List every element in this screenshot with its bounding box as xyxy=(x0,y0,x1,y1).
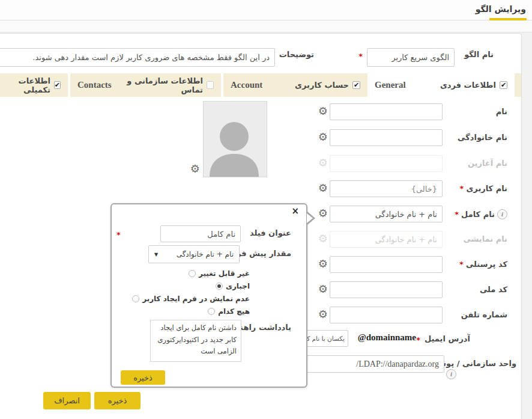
tab-general-label-en: General xyxy=(375,80,406,90)
field-title-label: عنوان فیلد xyxy=(250,228,291,237)
field-mode-radios: غیر قابل تغییر اجباری عدم نمایش در فرم ا… xyxy=(132,267,250,317)
tab-contacts-checkbox[interactable] xyxy=(207,81,214,89)
tab-additional-label-fa: اطلاعات تکمیلی xyxy=(0,76,50,94)
tab-general-checkbox[interactable]: ✔ xyxy=(500,81,507,89)
tab-account-label-en: Account xyxy=(231,80,262,90)
ou-input[interactable] xyxy=(307,355,444,373)
required-asterisk: * xyxy=(116,230,121,239)
username-input[interactable] xyxy=(330,180,443,197)
radio-icon[interactable] xyxy=(208,308,215,315)
radio-icon[interactable] xyxy=(189,270,196,277)
field-title-input[interactable] xyxy=(160,225,241,242)
required-asterisk: * xyxy=(460,184,464,193)
gear-icon[interactable]: ⚙ xyxy=(318,106,328,117)
popup-save-button[interactable]: ذخیره xyxy=(121,370,165,385)
page-title: ویرایش الگو xyxy=(476,4,526,14)
required-asterisk: * xyxy=(455,210,459,219)
template-name-label: نام الگو xyxy=(464,50,494,59)
fullname-label: نام کامل xyxy=(461,210,495,219)
username-label: نام کاربری xyxy=(466,184,507,193)
help-note-textarea[interactable]: داشتن نام کامل برای ایجاد کابر جدید در ا… xyxy=(150,320,241,362)
close-icon[interactable]: × xyxy=(291,206,299,216)
gear-icon[interactable]: ⚙ xyxy=(318,233,328,244)
tab-separator xyxy=(221,73,223,97)
displayname-label: نام نمایشی xyxy=(463,234,507,243)
radio-icon[interactable] xyxy=(216,283,223,290)
lastname-input[interactable] xyxy=(330,129,443,146)
gear-icon[interactable]: ⚙ xyxy=(318,132,328,142)
info-icon[interactable]: i xyxy=(446,369,456,379)
field-row-firstname: ⚙ نام xyxy=(0,103,532,120)
gear-icon[interactable]: ⚙ xyxy=(318,258,328,269)
tab-separator xyxy=(68,73,70,97)
fullname-input[interactable] xyxy=(330,206,443,222)
personnelcode-input[interactable] xyxy=(330,256,443,273)
top-bar xyxy=(0,0,532,20)
required-asterisk: * xyxy=(416,335,420,344)
popup-pointer xyxy=(307,213,313,223)
radio-hide-in-form[interactable]: عدم نمایش در فرم ایجاد کاربر xyxy=(132,292,250,305)
tab-account-label-fa: حساب کاربری xyxy=(295,81,349,90)
tab-additional[interactable]: ✔ اطلاعات تکمیلی xyxy=(0,73,68,97)
save-button[interactable]: ذخیره xyxy=(94,392,141,409)
cancel-button[interactable]: انصراف xyxy=(43,392,91,409)
radio-icon[interactable] xyxy=(132,295,139,302)
field-settings-popup: × عنوان فیلد * مقدار پیش فرض نام + نام خ… xyxy=(110,203,307,388)
radio-required[interactable]: اجباری xyxy=(216,280,250,292)
gear-icon[interactable]: ⚙ xyxy=(318,208,328,219)
chevron-down-icon: ▼ xyxy=(154,252,158,257)
email-input[interactable] xyxy=(301,330,348,347)
tab-additional-checkbox[interactable]: ✔ xyxy=(54,81,61,89)
info-icon[interactable]: i xyxy=(497,209,507,219)
radio-hide-in-form-label: عدم نمایش در فرم ایجاد کاربر xyxy=(142,295,250,303)
firstname-label: نام xyxy=(496,107,507,116)
nationalcode-input[interactable] xyxy=(330,281,443,298)
radio-readonly-label: غیر قابل تغییر xyxy=(199,269,250,278)
field-row-username: ⚙ نام کاربری * xyxy=(0,180,532,197)
required-asterisk: * xyxy=(358,52,363,61)
selected-option: نام + نام خانوادگی xyxy=(177,250,234,258)
description-label: توضیحات xyxy=(279,50,314,59)
radio-none[interactable]: هیچ کدام xyxy=(208,305,250,317)
email-label: آدرس ایمیل xyxy=(425,334,470,343)
field-row-lastname: ⚙ نام خانوادگی xyxy=(0,129,532,146)
ou-label: واحد سازمانی / پوشه xyxy=(434,359,516,368)
radio-readonly[interactable]: غیر قابل تغییر xyxy=(189,267,250,280)
radio-required-label: اجباری xyxy=(226,282,250,290)
tab-account[interactable]: ✔ حساب کاربری Account xyxy=(223,73,367,97)
phone-label: شماره تلفن xyxy=(461,310,507,319)
phone-input[interactable] xyxy=(330,307,443,323)
gear-icon[interactable]: ⚙ xyxy=(318,284,328,295)
tab-strip: ✔ اطلاعات فردی General ✔ حساب کاربری Acc… xyxy=(0,73,521,97)
field-row-initials: ⚙ نام آغازین xyxy=(0,155,532,172)
required-asterisk: * xyxy=(459,260,464,269)
default-value-select[interactable]: نام + نام خانوادگی ▼ xyxy=(148,245,240,263)
email-domain-text: @domainname xyxy=(358,332,416,343)
tab-contacts-label-en: Contacts xyxy=(77,80,112,90)
personnelcode-label: کد پرسنلی xyxy=(466,260,507,269)
description-input[interactable] xyxy=(0,48,275,67)
initials-label: نام آغازین xyxy=(468,159,507,168)
sub-bar xyxy=(0,20,532,32)
active-title-indicator xyxy=(489,18,527,20)
lastname-label: نام خانوادگی xyxy=(458,133,507,142)
template-name-input[interactable] xyxy=(367,48,455,67)
gear-icon[interactable]: ⚙ xyxy=(318,309,328,320)
edit-template-page: ویرایش الگو نام الگو * توضیحات ✔ اطلاعات… xyxy=(0,0,532,419)
radio-none-label: هیچ کدام xyxy=(218,307,250,316)
gear-icon[interactable]: ⚙ xyxy=(318,158,328,168)
tab-contacts-label-fa: اطلاعات سازمانی و تماس xyxy=(112,76,203,94)
tab-general-label-fa: اطلاعات فردی xyxy=(440,81,496,90)
initials-input[interactable] xyxy=(330,155,443,172)
tab-account-checkbox[interactable]: ✔ xyxy=(352,81,360,89)
nationalcode-label: کد ملی xyxy=(480,285,507,294)
tab-contacts[interactable]: اطلاعات سازمانی و تماس Contacts xyxy=(70,73,221,97)
tab-general[interactable]: ✔ اطلاعات فردی General xyxy=(367,73,515,97)
gear-icon[interactable]: ⚙ xyxy=(318,183,328,194)
displayname-input[interactable] xyxy=(330,231,443,248)
firstname-input[interactable] xyxy=(330,103,443,120)
